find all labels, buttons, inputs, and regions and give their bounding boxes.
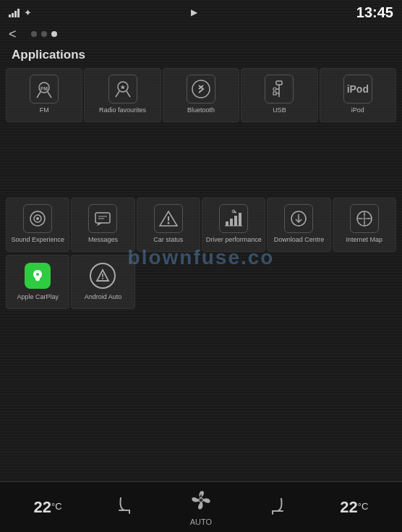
svg-marker-3: [120, 85, 125, 89]
download-icon: [284, 204, 313, 233]
carplay-green-icon: [25, 263, 51, 289]
radio-fav-label: Radio favourites: [99, 106, 146, 114]
android-auto-icon: [88, 261, 117, 290]
svg-point-38: [102, 278, 103, 279]
sound-exp-label: Sound Experience: [11, 236, 64, 244]
svg-rect-10: [273, 92, 276, 95]
app-sound-exp[interactable]: Sound Experience: [6, 198, 69, 252]
app-header: Applications: [0, 45, 402, 68]
internet-map-label: Internet Map: [346, 236, 383, 244]
apple-carplay-label: Apple CarPlay: [17, 293, 59, 301]
temp-left: 22: [34, 498, 51, 517]
apple-carplay-icon: [23, 261, 52, 290]
temp-right-unit: °C: [358, 501, 369, 512]
svg-point-35: [36, 273, 39, 276]
svg-point-4: [192, 80, 210, 98]
app-android-auto[interactable]: Android Auto: [71, 255, 134, 309]
svg-point-39: [199, 498, 203, 502]
fm-icon: FM: [30, 75, 59, 104]
auto-section[interactable]: AUTO: [189, 489, 213, 526]
bluetooth-app-icon: [187, 75, 215, 104]
app-messages[interactable]: Messages: [71, 198, 134, 252]
svg-point-9: [273, 88, 276, 90]
app-apple-carplay[interactable]: Apple CarPlay: [6, 255, 69, 309]
dot-2: [41, 31, 47, 37]
car-status-icon: [154, 204, 183, 233]
temp-left-container: 22 °C: [34, 498, 62, 517]
signal-bars: [9, 7, 20, 17]
svg-rect-21: [230, 219, 233, 226]
internet-map-icon: [350, 204, 379, 233]
temp-right: 22: [340, 498, 357, 517]
app-bluetooth[interactable]: Bluetooth: [163, 68, 239, 122]
auto-label: AUTO: [190, 518, 212, 526]
seat-right-icon[interactable]: [265, 495, 287, 520]
driver-perf-icon: [219, 204, 248, 233]
status-bar: ✦ ▶ 13:45: [0, 0, 402, 23]
app-internet-map[interactable]: Internet Map: [333, 198, 396, 252]
bluetooth-icon: ✦: [24, 7, 32, 18]
back-button[interactable]: <: [9, 27, 17, 42]
sound-exp-icon: [23, 204, 52, 233]
clock: 13:45: [356, 4, 393, 21]
app-radio-fav[interactable]: Radio favourites: [84, 68, 161, 122]
page-dots: [31, 31, 57, 37]
ipod-label: iPod: [351, 106, 364, 114]
messages-label: Messages: [88, 236, 118, 244]
fm-label: FM: [40, 106, 49, 114]
app-download[interactable]: Download Centre: [267, 198, 330, 252]
bluetooth-label: Bluetooth: [187, 106, 215, 114]
svg-point-13: [36, 217, 39, 220]
svg-point-19: [167, 222, 169, 224]
app-fm[interactable]: FM FM: [6, 68, 82, 122]
dot-1: [31, 31, 37, 37]
android-auto-label: Android Auto: [85, 293, 122, 301]
app-row-1: FM FM Radio favourites Bluetooth: [0, 68, 402, 122]
app-car-status[interactable]: Car status: [137, 198, 200, 252]
fan-icon: [189, 489, 213, 516]
bottom-bar: 22 °C AUTO 22 °C: [0, 481, 402, 532]
app-ipod[interactable]: iPod iPod: [320, 68, 396, 122]
temp-left-unit: °C: [51, 501, 62, 512]
driver-perf-label: Driver performance: [206, 236, 262, 244]
radio-fav-icon: [108, 75, 137, 104]
temp-right-container: 22 °C: [340, 498, 368, 517]
status-left: ✦: [9, 7, 32, 18]
app-driver-perf[interactable]: Driver performance: [202, 198, 265, 252]
messages-icon: [88, 204, 117, 233]
app-row-2: Sound Experience Messages Car status: [0, 198, 402, 252]
svg-rect-14: [95, 213, 110, 223]
svg-rect-5: [276, 81, 282, 85]
usb-label: USB: [273, 106, 286, 114]
svg-rect-23: [239, 213, 241, 226]
car-status-label: Car status: [153, 236, 183, 244]
play-icon: ▶: [191, 7, 197, 17]
nav-bar: <: [0, 23, 402, 45]
ipod-icon: iPod: [343, 75, 372, 104]
app-row-3: Apple CarPlay Android Auto: [0, 255, 402, 309]
seat-left-icon[interactable]: [115, 494, 137, 520]
usb-icon: [265, 75, 294, 104]
svg-rect-22: [234, 216, 237, 226]
dot-3: [51, 31, 57, 37]
page-title: Applications: [12, 48, 85, 62]
download-label: Download Centre: [274, 236, 325, 244]
svg-rect-20: [226, 221, 228, 226]
svg-text:FM: FM: [40, 86, 48, 91]
android-logo-icon: [90, 263, 116, 289]
app-usb[interactable]: USB: [241, 68, 317, 122]
